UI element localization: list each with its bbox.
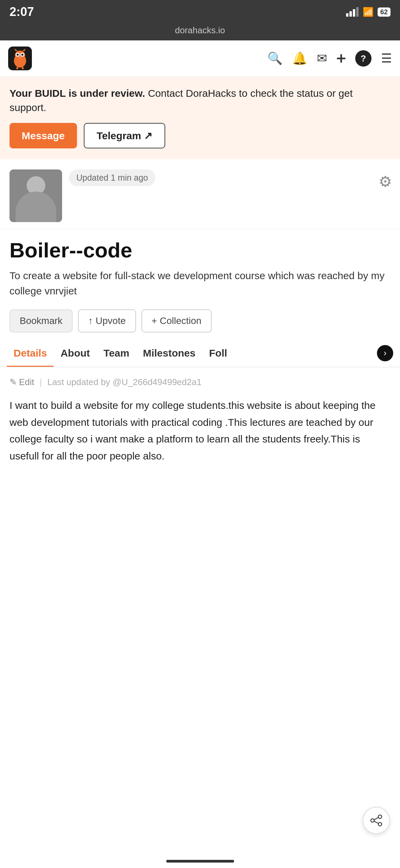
tab-details[interactable]: Details [7,339,54,367]
tabs-next-arrow[interactable]: › [377,345,393,361]
message-button[interactable]: Message [9,123,77,148]
divider: | [40,377,42,387]
svg-point-6 [21,54,23,56]
tab-team[interactable]: Team [97,339,136,367]
url-bar[interactable]: dorahacks.io [0,22,400,40]
status-icons: 📶 62 [346,7,391,17]
tab-about[interactable]: About [54,339,97,367]
url-text: dorahacks.io [175,25,225,35]
nav-bar: 🔍 🔔 ✉ ➕︎ ? ☰ [0,40,400,77]
edit-button[interactable]: ✎ Edit [9,377,34,387]
pencil-icon: ✎ [9,377,17,387]
svg-point-5 [17,54,19,56]
bell-icon[interactable]: 🔔 [292,51,307,66]
telegram-button[interactable]: Telegram ↗ [84,123,166,148]
wifi-icon: 📶 [363,7,374,17]
project-avatar [9,169,62,222]
plus-icon[interactable]: ➕︎ [337,51,346,66]
tabs-bar: Details About Team Milestones Foll › [0,339,400,367]
last-updated-text: Last updated by @U_266d49499ed2a1 [47,377,202,387]
upvote-button[interactable]: ↑ Upvote [78,309,136,332]
collection-button[interactable]: + Collection [141,309,212,332]
project-title: Boiler--code [9,239,391,262]
tab-followers[interactable]: Foll [202,339,234,367]
banner-buttons: Message Telegram ↗ [9,123,391,148]
bookmark-button[interactable]: Bookmark [9,309,73,332]
status-time: 2:07 [9,5,34,19]
project-description: To create a website for full-stack we de… [9,268,391,299]
settings-button[interactable]: ⚙ [379,173,392,190]
project-meta: Updated 1 min ago [69,169,391,186]
menu-icon[interactable]: ☰ [381,51,392,66]
help-icon[interactable]: ? [355,50,372,67]
content-body: I want to build a website for my college… [9,397,391,464]
review-banner: Your BUIDL is under review. Contact Dora… [0,77,400,159]
signal-icon [346,7,359,17]
status-bar: 2:07 📶 62 [0,0,400,22]
tab-milestones[interactable]: Milestones [136,339,202,367]
content-area: ✎ Edit | Last updated by @U_266d49499ed2… [0,367,400,474]
search-icon[interactable]: 🔍 [267,51,283,66]
action-buttons: Bookmark ↑ Upvote + Collection [9,309,391,332]
mail-icon[interactable]: ✉ [317,51,327,66]
avatar-image [9,169,62,222]
project-header: Updated 1 min ago ⚙ [0,159,400,229]
banner-text: Your BUIDL is under review. Contact Dora… [9,86,391,115]
battery-indicator: 62 [378,7,391,17]
logo[interactable] [8,47,32,70]
project-info: Boiler--code To create a website for ful… [0,229,400,339]
updated-badge: Updated 1 min ago [69,169,155,186]
edit-row: ✎ Edit | Last updated by @U_266d49499ed2… [9,377,391,387]
nav-icons: 🔍 🔔 ✉ ➕︎ ? ☰ [267,50,392,67]
